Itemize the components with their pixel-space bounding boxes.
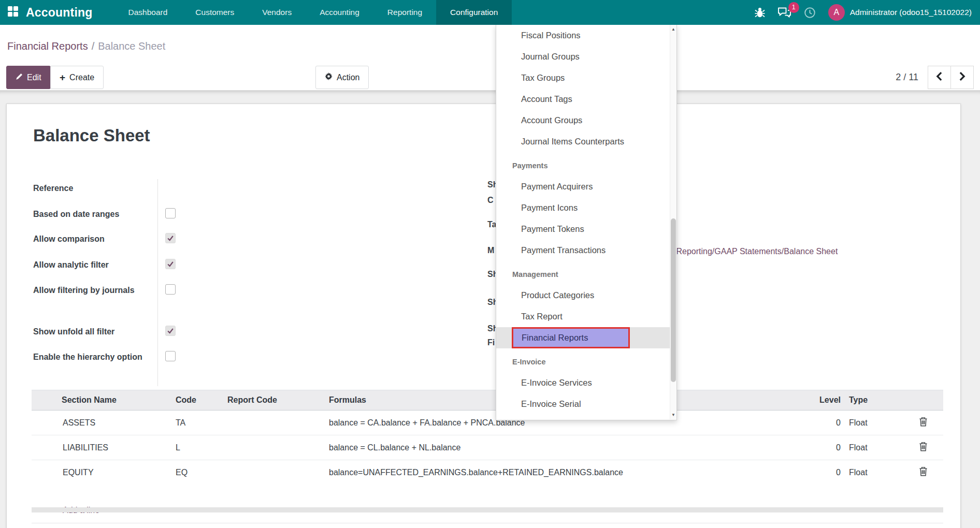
- dropdown-item-e-invoice-services[interactable]: E-Invoice Services: [496, 372, 671, 393]
- dropdown-item-fiscal-positions[interactable]: Fiscal Positions: [496, 25, 671, 46]
- checkbox-based-on-date-ranges[interactable]: [165, 208, 176, 218]
- app-name[interactable]: Accounting: [26, 6, 93, 20]
- dropdown-section-management: Management: [496, 261, 671, 285]
- delete-row-button[interactable]: [903, 435, 943, 460]
- column-header-type[interactable]: Type: [845, 390, 903, 410]
- dropdown-scrollbar[interactable]: ▲ ▼: [670, 25, 676, 419]
- dropdown-item-journal-groups[interactable]: Journal Groups: [496, 46, 671, 67]
- user-menu[interactable]: A Administrator (odoo15_15102022): [828, 4, 972, 21]
- cell-formulas[interactable]: balance=UNAFFECTED_EARNINGS.balance+RETA…: [325, 460, 770, 485]
- field-value-reference[interactable]: [157, 180, 165, 206]
- apps-grid-icon[interactable]: [7, 6, 19, 19]
- pager-buttons: [928, 66, 974, 89]
- dropdown-item-tax-report[interactable]: Tax Report: [496, 306, 671, 327]
- dropdown-item-financial-reports[interactable]: Financial Reports: [496, 327, 671, 348]
- form-sheet: Balance Sheet Reference Based on date ra…: [6, 104, 961, 528]
- message-count-badge: 1: [788, 2, 799, 13]
- cell-type[interactable]: Float: [845, 410, 903, 435]
- menu-item-path-link[interactable]: /Reporting/GAAP Statements/Balance Sheet: [674, 247, 838, 256]
- content-area: Balance Sheet Reference Based on date ra…: [0, 91, 980, 528]
- financial-reports-highlight[interactable]: Financial Reports: [512, 327, 630, 348]
- activities-clock-icon[interactable]: [804, 7, 816, 19]
- menu-accounting[interactable]: Accounting: [306, 0, 373, 25]
- trash-column-header: [903, 390, 943, 410]
- dropdown-item-payment-acquirers[interactable]: Payment Acquirers: [496, 176, 671, 197]
- checkbox-allow-filtering-by-journals[interactable]: [165, 284, 176, 295]
- column-header-level[interactable]: Level: [770, 390, 845, 410]
- menu-reporting[interactable]: Reporting: [373, 0, 436, 25]
- cell-section-name[interactable]: ASSETS: [57, 410, 171, 435]
- cell-report-code[interactable]: [223, 460, 325, 485]
- gear-icon: [325, 72, 333, 82]
- menu-configuration[interactable]: Configuration: [436, 0, 512, 25]
- scrollbar-thumb[interactable]: [671, 218, 676, 382]
- field-label-allow-filtering-by-journals: Allow filtering by journals: [33, 282, 157, 324]
- create-button[interactable]: + Create: [50, 66, 104, 89]
- checkbox-allow-analytic-filter[interactable]: [165, 259, 176, 269]
- delete-row-button[interactable]: [903, 460, 943, 485]
- pager-next-button[interactable]: [950, 66, 974, 89]
- cell-section-name[interactable]: LIABILITIES: [57, 435, 171, 460]
- navbar-systray: 1 A Administrator (odoo15_15102022): [755, 0, 980, 25]
- dropdown-section-e-invoice: E-Invoice: [496, 348, 671, 372]
- table-row-assets[interactable]: ASSETS TA balance = CA.balance + FA.bala…: [32, 410, 943, 435]
- control-panel: Financial Reports/Balance Sheet Edit + C…: [0, 25, 980, 91]
- configuration-dropdown: Fiscal Positions Journal Groups Tax Grou…: [496, 25, 677, 420]
- record-title: Balance Sheet: [33, 126, 150, 145]
- menu-vendors[interactable]: Vendors: [248, 0, 306, 25]
- top-navbar: Accounting Dashboard Customers Vendors A…: [0, 0, 980, 25]
- cell-report-code[interactable]: [223, 410, 325, 435]
- checkbox-enable-the-hierarchy-option[interactable]: [165, 351, 176, 361]
- dropdown-item-payment-transactions[interactable]: Payment Transactions: [496, 240, 671, 261]
- cell-level[interactable]: 0: [770, 435, 845, 460]
- table-row-liabilities[interactable]: LIABILITIES L balance = CL.balance + NL.…: [32, 435, 943, 460]
- delete-row-button[interactable]: [903, 410, 943, 435]
- field-label-allow-comparison: Allow comparison: [33, 231, 157, 257]
- cell-code[interactable]: EQ: [171, 460, 223, 485]
- cell-formulas[interactable]: balance = CL.balance + NL.balance: [325, 435, 770, 460]
- debug-bug-icon[interactable]: [755, 7, 765, 18]
- dropdown-item-e-invoice-serial[interactable]: E-Invoice Serial: [496, 393, 671, 415]
- field-label-enable-the-hierarchy-option: Enable the hierarchy option: [33, 349, 157, 390]
- messages-icon[interactable]: 1: [777, 7, 791, 19]
- cell-section-name[interactable]: EQUITY: [57, 460, 171, 485]
- column-header-report-code[interactable]: Report Code: [223, 390, 325, 410]
- scroll-down-arrow[interactable]: ▼: [670, 413, 676, 417]
- app-switcher[interactable]: Accounting: [0, 0, 101, 25]
- edit-button[interactable]: Edit: [6, 66, 51, 89]
- dropdown-item-product-categories[interactable]: Product Categories: [496, 285, 671, 306]
- user-avatar[interactable]: A: [828, 4, 845, 21]
- table-row-equity[interactable]: EQUITY EQ balance=UNAFFECTED_EARNINGS.ba…: [32, 460, 943, 485]
- trash-icon: [919, 469, 928, 478]
- menu-customers[interactable]: Customers: [181, 0, 248, 25]
- breadcrumb-parent-link[interactable]: Financial Reports: [7, 40, 88, 52]
- dropdown-item-account-groups[interactable]: Account Groups: [496, 110, 671, 131]
- breadcrumb-current: Balance Sheet: [98, 40, 165, 52]
- column-header-section-name[interactable]: Section Name: [57, 390, 171, 410]
- checkbox-allow-comparison[interactable]: [165, 233, 176, 243]
- row-handle[interactable]: [32, 460, 57, 485]
- dropdown-item-tax-groups[interactable]: Tax Groups: [496, 67, 671, 89]
- dropdown-item-payment-tokens[interactable]: Payment Tokens: [496, 218, 671, 240]
- dropdown-item-account-tags[interactable]: Account Tags: [496, 89, 671, 110]
- cell-type[interactable]: Float: [845, 460, 903, 485]
- create-button-label: Create: [69, 73, 94, 82]
- cell-level[interactable]: 0: [770, 410, 845, 435]
- scroll-up-arrow[interactable]: ▲: [670, 27, 676, 32]
- row-handle[interactable]: [32, 410, 57, 435]
- dropdown-item-payment-icons[interactable]: Payment Icons: [496, 197, 671, 218]
- action-button-label: Action: [337, 73, 359, 82]
- cell-code[interactable]: L: [171, 435, 223, 460]
- form-left-column: Reference Based on date ranges Allow com…: [33, 180, 323, 390]
- menu-dashboard[interactable]: Dashboard: [114, 0, 182, 25]
- cell-type[interactable]: Float: [845, 435, 903, 460]
- dropdown-item-journal-items-counterparts[interactable]: Journal Items Counterparts: [496, 131, 671, 152]
- cell-report-code[interactable]: [223, 435, 325, 460]
- row-handle[interactable]: [32, 435, 57, 460]
- cell-code[interactable]: TA: [171, 410, 223, 435]
- pager-previous-button[interactable]: [928, 66, 951, 89]
- action-button[interactable]: Action: [315, 66, 369, 89]
- column-header-code[interactable]: Code: [171, 390, 223, 410]
- cell-level[interactable]: 0: [770, 460, 845, 485]
- checkbox-show-unfold-all-filter[interactable]: [165, 326, 176, 336]
